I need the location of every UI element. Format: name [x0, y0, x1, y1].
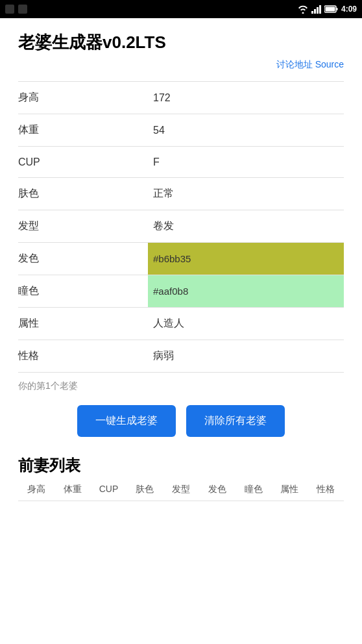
attr-row: 性格病弱 — [18, 340, 344, 373]
attr-label: 发型 — [18, 210, 148, 242]
list-header-column: 属性 — [271, 484, 308, 495]
status-right: 4:09 — [297, 5, 357, 14]
attr-value: #b6bb35 — [148, 243, 344, 275]
attr-label: 肤色 — [18, 178, 148, 210]
attr-row: 身高172 — [18, 82, 344, 114]
attr-label: 瞳色 — [18, 275, 148, 307]
list-header-column: 性格 — [308, 484, 344, 495]
list-header-column: 发色 — [199, 484, 235, 495]
list-header-column: 身高 — [18, 484, 54, 495]
wifi-icon — [297, 5, 309, 14]
attr-label: CUP — [18, 147, 148, 177]
past-wives-title: 前妻列表 — [18, 455, 344, 476]
attr-label: 性格 — [18, 340, 148, 372]
attr-value: 人造人 — [148, 308, 344, 340]
list-header-column: 肤色 — [127, 484, 163, 495]
status-time: 4:09 — [341, 5, 357, 14]
attr-label: 身高 — [18, 82, 148, 114]
svg-rect-1 — [314, 9, 316, 14]
svg-rect-5 — [336, 8, 337, 10]
attr-row: 瞳色#aaf0b8 — [18, 275, 344, 308]
attr-value: 正常 — [148, 178, 344, 210]
status-square-2 — [18, 5, 27, 14]
attr-value: #aaf0b8 — [148, 275, 344, 307]
attr-value: 54 — [148, 114, 344, 146]
app-title: 老婆生成器v0.2LTS — [18, 31, 344, 54]
status-left — [5, 5, 27, 14]
attr-label: 发色 — [18, 243, 148, 275]
attr-row: 发色#b6bb35 — [18, 243, 344, 275]
source-link[interactable]: 讨论地址 Source — [18, 59, 344, 71]
clear-button[interactable]: 清除所有老婆 — [186, 405, 285, 437]
attr-row: 发型卷发 — [18, 210, 344, 243]
attr-row: 肤色正常 — [18, 178, 344, 210]
attr-value: 172 — [148, 82, 344, 114]
battery-icon — [324, 5, 339, 13]
list-header: 身高体重CUP肤色发型发色瞳色属性性格 — [18, 484, 344, 501]
svg-rect-3 — [319, 5, 321, 14]
list-header-column: 瞳色 — [235, 484, 272, 495]
attributes-table: 身高172体重54CUPF肤色正常发型卷发发色#b6bb35瞳色#aaf0b8属… — [18, 81, 344, 373]
button-row: 一键生成老婆 清除所有老婆 — [18, 405, 344, 437]
attr-label: 属性 — [18, 308, 148, 340]
list-header-column: 体重 — [54, 484, 91, 495]
attr-row: 体重54 — [18, 114, 344, 147]
status-bar: 4:09 — [0, 0, 362, 18]
attr-row: CUPF — [18, 147, 344, 178]
signal-icon — [311, 5, 322, 14]
svg-rect-0 — [311, 11, 313, 14]
attr-value: F — [148, 147, 344, 177]
attr-label: 体重 — [18, 114, 148, 146]
wife-count: 你的第1个老婆 — [18, 380, 344, 392]
attr-value: 卷发 — [148, 210, 344, 242]
attr-row: 属性人造人 — [18, 308, 344, 340]
list-header-column: 发型 — [163, 484, 199, 495]
status-square-1 — [5, 5, 14, 14]
generate-button[interactable]: 一键生成老婆 — [77, 405, 176, 437]
main-container: 老婆生成器v0.2LTS 讨论地址 Source 身高172体重54CUPF肤色… — [0, 18, 362, 514]
svg-rect-6 — [325, 7, 335, 12]
attr-value: 病弱 — [148, 340, 344, 372]
svg-rect-2 — [317, 7, 319, 14]
list-header-column: CUP — [91, 484, 127, 495]
